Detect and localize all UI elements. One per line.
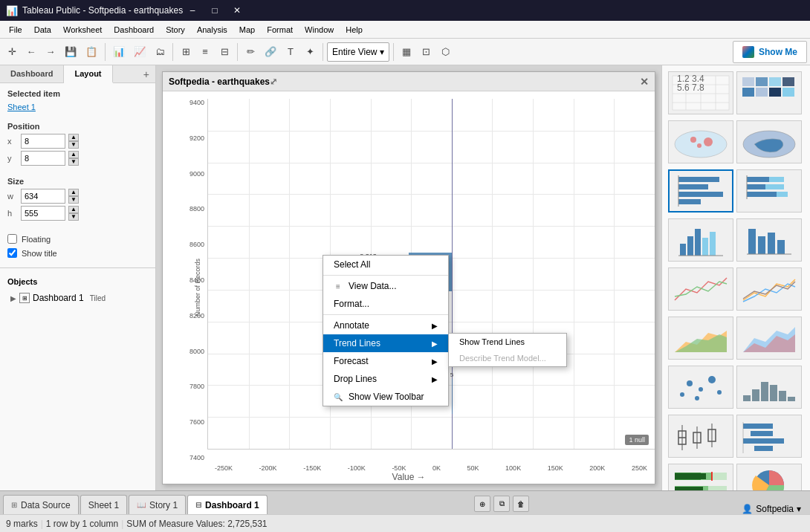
thumb-side-bars[interactable] bbox=[668, 218, 733, 262]
thumb-bullet[interactable] bbox=[668, 464, 733, 490]
canvas-titlebar: Softpedia - earthquakes ⤢ ✕ bbox=[163, 72, 655, 91]
selected-item-name[interactable]: Sheet 1 bbox=[7, 101, 148, 113]
minimize-button[interactable]: – bbox=[183, 3, 202, 18]
tab-delete-button[interactable]: 🗑 bbox=[513, 496, 529, 512]
thumb-gantt[interactable] bbox=[736, 415, 802, 458]
menu-help[interactable]: Help bbox=[340, 24, 369, 36]
objects-section: Objects ▶ ⊞ Dashboard 1 Tiled bbox=[0, 273, 155, 310]
ctx-format[interactable]: Format... bbox=[323, 295, 448, 313]
menu-format[interactable]: Format bbox=[261, 24, 299, 36]
show-title-checkbox[interactable] bbox=[7, 248, 17, 258]
x-position-input[interactable] bbox=[21, 134, 65, 149]
menu-story[interactable]: Story bbox=[160, 24, 191, 36]
menu-map[interactable]: Map bbox=[233, 24, 261, 36]
ctx-annotate[interactable]: Annotate ▶ bbox=[323, 317, 448, 334]
thumb-filled-map[interactable] bbox=[736, 120, 802, 163]
thumb-area2[interactable] bbox=[736, 317, 802, 360]
sub-describe-trend-model[interactable]: Describe Trend Model... bbox=[449, 350, 566, 366]
svg-rect-32 bbox=[765, 184, 784, 189]
toolbar-text[interactable]: T bbox=[282, 42, 299, 62]
panel-add-button[interactable]: + bbox=[137, 65, 155, 82]
y-position-input[interactable] bbox=[21, 151, 65, 166]
maximize-button[interactable]: □ bbox=[205, 3, 224, 18]
objects-item-dashboard1[interactable]: ▶ ⊞ Dashboard 1 Tiled bbox=[7, 291, 148, 305]
sub-show-trend-lines[interactable]: Show Trend Lines bbox=[449, 334, 566, 350]
username-label: Softpedia bbox=[756, 504, 794, 514]
x-decrement-button[interactable]: ▼ bbox=[68, 141, 79, 149]
thumb-box-plot[interactable] bbox=[668, 415, 733, 458]
menu-analysis[interactable]: Analysis bbox=[191, 24, 233, 36]
expand-button[interactable]: ⤢ bbox=[270, 77, 277, 87]
ctx-drop-lines[interactable]: Drop Lines ▶ bbox=[323, 370, 448, 388]
w-size-input[interactable] bbox=[21, 189, 65, 204]
h-increment-button[interactable]: ▲ bbox=[68, 206, 79, 213]
toolbar-layer3[interactable]: ⊟ bbox=[216, 42, 233, 62]
toolbar-bar1[interactable]: ▦ bbox=[398, 42, 415, 62]
toolbar-save[interactable]: 💾 bbox=[61, 42, 80, 62]
ctx-forecast[interactable]: Forecast ▶ bbox=[323, 352, 448, 370]
w-decrement-button[interactable]: ▼ bbox=[68, 196, 79, 204]
thumb-scatter[interactable] bbox=[668, 366, 733, 409]
ctx-trend-lines[interactable]: Trend Lines ▶ Show Trend Lines Describe … bbox=[323, 334, 448, 352]
thumb-vertical-bars[interactable] bbox=[736, 218, 802, 262]
thumb-text-table[interactable]: 1.23.4 5.67.8 bbox=[668, 71, 733, 114]
toolbar-chart3[interactable]: 🗂 bbox=[151, 42, 169, 62]
thumbs-row-8 bbox=[668, 415, 804, 458]
toolbar-chart2[interactable]: 📈 bbox=[130, 42, 149, 62]
tab-layout[interactable]: Layout bbox=[64, 65, 112, 83]
chart-area[interactable]: 9400 9200 9000 8800 8600 8400 8200 8000 … bbox=[163, 91, 655, 484]
show-me-button[interactable]: Show Me bbox=[733, 41, 807, 63]
toolbar-layer1[interactable]: ⊞ bbox=[177, 42, 195, 62]
thumb-stacked-bars[interactable] bbox=[736, 169, 802, 213]
toolbar-chart1[interactable]: 📊 bbox=[109, 42, 129, 62]
toolbar-share[interactable]: ⬡ bbox=[436, 42, 454, 62]
tab-duplicate-button[interactable]: ⧉ bbox=[493, 496, 510, 512]
thumb-line1[interactable] bbox=[668, 267, 733, 311]
toolbar-crosshair[interactable]: ✛ bbox=[3, 42, 21, 62]
menu-window[interactable]: Window bbox=[299, 24, 340, 36]
toolbar-link[interactable]: 🔗 bbox=[261, 42, 280, 62]
tab-dashboard1[interactable]: ⊟ Dashboard 1 bbox=[187, 495, 268, 514]
menu-dashboard[interactable]: Dashboard bbox=[108, 24, 160, 36]
canvas-close-button[interactable]: ✕ bbox=[640, 76, 649, 88]
menu-file[interactable]: File bbox=[3, 24, 28, 36]
toolbar-bar2[interactable]: ⊡ bbox=[417, 42, 435, 62]
toolbar-new[interactable]: 📋 bbox=[82, 42, 101, 62]
toolbar-back[interactable]: ← bbox=[22, 42, 40, 62]
menu-data[interactable]: Data bbox=[28, 24, 57, 36]
ctx-view-data[interactable]: ≡ View Data... bbox=[323, 277, 448, 295]
svg-rect-33 bbox=[747, 192, 777, 197]
thumb-area1[interactable] bbox=[668, 317, 733, 360]
tab-story1[interactable]: 📖 Story 1 bbox=[129, 495, 186, 514]
ctx-show-view-toolbar[interactable]: 🔍 Show View Toolbar bbox=[323, 388, 448, 406]
thumb-histogram[interactable] bbox=[736, 366, 802, 409]
toolbar-pencil[interactable]: ✏ bbox=[242, 42, 259, 62]
thumb-heat-map[interactable] bbox=[736, 71, 802, 114]
toolbar-layer2[interactable]: ≡ bbox=[196, 42, 214, 62]
close-button[interactable]: ✕ bbox=[227, 3, 247, 18]
user-dropdown-icon[interactable]: ▾ bbox=[797, 504, 801, 514]
show-me-icon bbox=[742, 46, 754, 58]
tab-sheet1[interactable]: Sheet 1 bbox=[80, 495, 127, 514]
floating-checkbox[interactable] bbox=[7, 234, 17, 244]
w-increment-button[interactable]: ▲ bbox=[68, 189, 79, 196]
h-decrement-button[interactable]: ▼ bbox=[68, 213, 79, 221]
thumb-horizontal-bars[interactable] bbox=[668, 169, 733, 213]
tab-dashboard[interactable]: Dashboard bbox=[0, 65, 64, 82]
thumb-symbol-map[interactable] bbox=[668, 120, 733, 163]
y-decrement-button[interactable]: ▼ bbox=[68, 158, 79, 166]
tab-data-source[interactable]: ⊞ Data Source bbox=[3, 495, 79, 514]
rows-label: 1 row by 1 column bbox=[46, 519, 118, 529]
thumb-pie[interactable] bbox=[736, 464, 802, 490]
svg-point-22 bbox=[697, 143, 702, 148]
menu-worksheet[interactable]: Worksheet bbox=[57, 24, 108, 36]
x-increment-button[interactable]: ▲ bbox=[68, 134, 79, 141]
view-dropdown[interactable]: Entire View ▾ bbox=[327, 42, 389, 62]
ctx-select-all[interactable]: Select All bbox=[323, 256, 448, 273]
tab-new-button[interactable]: ⊕ bbox=[474, 496, 490, 512]
h-size-input[interactable] bbox=[21, 206, 65, 221]
toolbar-forward[interactable]: → bbox=[42, 42, 59, 62]
thumb-line2[interactable] bbox=[736, 267, 802, 311]
y-increment-button[interactable]: ▲ bbox=[68, 151, 79, 158]
toolbar-select[interactable]: ✦ bbox=[301, 42, 319, 62]
